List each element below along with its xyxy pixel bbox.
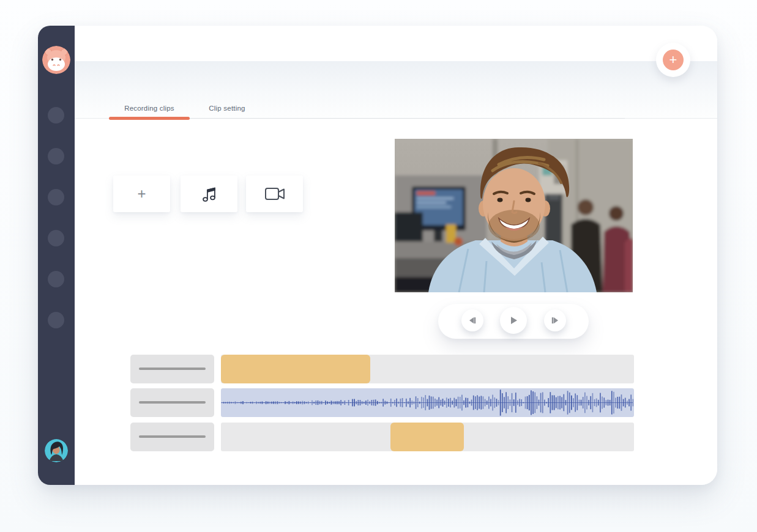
overlay-clip[interactable]: [390, 423, 464, 451]
sidebar-item-5[interactable]: [48, 271, 64, 287]
plus-icon: +: [669, 52, 677, 67]
video-preview-image: [395, 139, 633, 292]
video-clip[interactable]: [221, 355, 370, 383]
play-icon: [508, 315, 519, 326]
play-button[interactable]: [500, 307, 527, 334]
main-panel: + Recording clips Clip setting +: [75, 26, 717, 485]
app-window: + Recording clips Clip setting +: [38, 26, 717, 485]
skip-forward-icon: [550, 316, 560, 325]
user-avatar[interactable]: [45, 439, 68, 462]
music-note-icon: [200, 184, 219, 204]
active-tab-underline: [109, 117, 190, 120]
track-1-handle[interactable]: [130, 355, 214, 383]
audio-waveform-clip[interactable]: [221, 388, 634, 417]
plus-icon: +: [137, 187, 146, 201]
tab-recording-clips[interactable]: Recording clips: [109, 102, 190, 115]
add-clip-button[interactable]: +: [113, 175, 170, 212]
app-logo[interactable]: [42, 46, 70, 74]
add-music-button[interactable]: [181, 175, 237, 212]
track-2-handle[interactable]: [130, 388, 214, 417]
track-1-lane[interactable]: [221, 355, 634, 383]
skip-back-icon: [468, 316, 477, 325]
sidebar-item-4[interactable]: [48, 230, 64, 246]
sidebar-item-6[interactable]: [48, 312, 64, 328]
previous-button[interactable]: [461, 309, 483, 331]
sidebar: [38, 26, 75, 485]
mascot-logo-icon: [42, 46, 70, 74]
next-button[interactable]: [544, 309, 566, 331]
player-controls: [438, 304, 589, 339]
sidebar-item-1[interactable]: [48, 107, 64, 124]
track-3-handle[interactable]: [130, 423, 214, 451]
tab-clip-setting[interactable]: Clip setting: [190, 102, 264, 115]
track-2-lane[interactable]: [221, 388, 634, 417]
add-video-button[interactable]: [246, 175, 303, 212]
desktop-background: + Recording clips Clip setting +: [0, 0, 757, 532]
video-camera-icon: [264, 185, 286, 202]
add-recording-button[interactable]: +: [663, 50, 684, 70]
track-3-lane[interactable]: [221, 423, 634, 451]
sidebar-item-3[interactable]: [48, 189, 64, 205]
user-avatar-image: [45, 439, 68, 462]
sidebar-item-2[interactable]: [48, 148, 64, 164]
